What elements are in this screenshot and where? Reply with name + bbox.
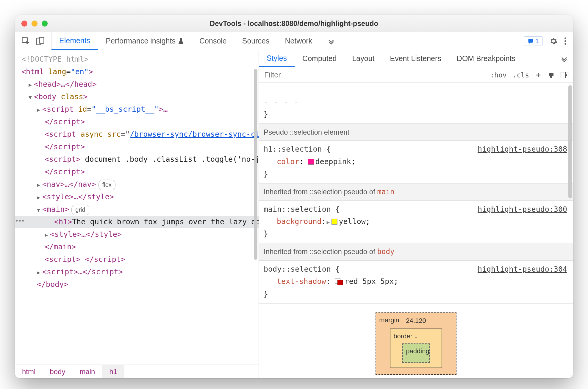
style-rule[interactable]: highlight-pseudo:308 h1::selection { col… xyxy=(259,141,573,183)
window-minimize-button[interactable] xyxy=(32,21,37,27)
elements-panel: <!DOCTYPE html> <html lang="en"> ▶<head>… xyxy=(15,50,259,378)
tab-styles[interactable]: Styles xyxy=(259,50,295,67)
styles-filter-bar: :hov .cls xyxy=(259,67,573,83)
breadcrumb-body[interactable]: body xyxy=(43,365,72,378)
dom-tree[interactable]: <!DOCTYPE html> <html lang="en"> ▶<head>… xyxy=(15,50,259,365)
tab-elements[interactable]: Elements xyxy=(51,32,98,50)
layout-badge-flex[interactable]: flex xyxy=(98,180,115,190)
tab-console[interactable]: Console xyxy=(192,32,234,50)
paint-brush-icon[interactable] xyxy=(548,71,555,79)
tabs-overflow-button[interactable] xyxy=(320,32,343,50)
rule-source-link[interactable]: highlight-pseudo:300 xyxy=(478,203,567,215)
box-model-diagram[interactable]: margin 24.120 border - padding - xyxy=(259,303,573,375)
tab-network[interactable]: Network xyxy=(277,32,320,50)
svg-rect-7 xyxy=(561,72,568,78)
svg-rect-2 xyxy=(40,37,44,43)
styles-sidebar-tabs: Styles Computed Layout Event Listeners D… xyxy=(259,50,573,67)
shadow-swatch-icon[interactable] xyxy=(335,278,343,285)
styles-scrollbar[interactable] xyxy=(568,85,572,374)
issues-badge[interactable]: 1 xyxy=(524,36,543,46)
device-toolbar-icon[interactable] xyxy=(36,37,45,46)
tab-layout[interactable]: Layout xyxy=(344,50,382,67)
svg-point-4 xyxy=(564,37,566,39)
main-tab-bar: Elements Performance insights Console So… xyxy=(15,32,573,50)
devtools-window: DevTools - localhost:8080/demo/highlight… xyxy=(15,15,573,378)
tab-event-listeners[interactable]: Event Listeners xyxy=(382,50,449,67)
breadcrumb-main[interactable]: main xyxy=(72,365,102,378)
flask-icon xyxy=(178,38,184,45)
settings-gear-icon[interactable] xyxy=(549,37,558,45)
svg-point-6 xyxy=(564,43,566,45)
svg-rect-3 xyxy=(528,39,533,43)
tab-performance-label: Performance insights xyxy=(106,37,176,45)
window-close-button[interactable] xyxy=(21,21,27,27)
breadcrumb-html[interactable]: html xyxy=(15,365,43,378)
tab-performance-insights[interactable]: Performance insights xyxy=(98,32,192,50)
tab-sources[interactable]: Sources xyxy=(234,32,277,50)
dom-tree-scrollbar[interactable] xyxy=(254,54,257,347)
toggle-cls-button[interactable]: .cls xyxy=(513,71,529,79)
style-rule[interactable]: highlight-pseudo:300 main::selection { b… xyxy=(259,201,573,243)
computed-sidebar-toggle-icon[interactable] xyxy=(561,71,568,79)
new-style-rule-button[interactable] xyxy=(535,72,542,78)
node-actions-icon[interactable]: ••• xyxy=(15,216,21,227)
inspect-element-icon[interactable] xyxy=(21,37,30,46)
tab-computed[interactable]: Computed xyxy=(295,50,344,67)
issues-count: 1 xyxy=(535,37,539,45)
breadcrumb: html body main h1 xyxy=(15,365,259,378)
breadcrumb-h1[interactable]: h1 xyxy=(102,365,124,378)
color-swatch[interactable] xyxy=(331,219,337,225)
tab-dom-breakpoints[interactable]: DOM Breakpoints xyxy=(449,50,523,67)
rule-source-link[interactable]: highlight-pseudo:304 xyxy=(478,263,567,275)
style-rule[interactable]: highlight-pseudo:304 body::selection { t… xyxy=(259,261,573,303)
layout-badge-grid[interactable]: grid xyxy=(71,205,89,215)
color-swatch[interactable] xyxy=(308,159,314,165)
window-title: DevTools - localhost:8080/demo/highlight… xyxy=(15,19,573,28)
styles-rules-area[interactable]: - - - - - - - - - - - - - - - - - - - - … xyxy=(259,83,573,378)
section-pseudo-selection: Pseudo ::selection element xyxy=(259,124,573,141)
styles-panel: Styles Computed Layout Event Listeners D… xyxy=(259,50,573,378)
selected-dom-node[interactable]: ••• <h1>The quick brown fox jumps over t… xyxy=(15,216,259,228)
kebab-menu-icon[interactable] xyxy=(564,37,567,45)
styles-filter-input[interactable] xyxy=(259,67,485,83)
section-inherited-body: Inherited from ::selection pseudo of bod… xyxy=(259,243,573,261)
titlebar: DevTools - localhost:8080/demo/highlight… xyxy=(15,15,573,32)
svg-point-5 xyxy=(564,40,566,42)
toggle-hov-button[interactable]: :hov xyxy=(490,71,506,79)
rule-source-link[interactable]: highlight-pseudo:308 xyxy=(478,143,567,155)
styles-tabs-overflow[interactable] xyxy=(561,50,573,67)
window-zoom-button[interactable] xyxy=(42,21,48,27)
doctype-node: <!DOCTYPE html> xyxy=(21,55,89,63)
section-inherited-main: Inherited from ::selection pseudo of mai… xyxy=(259,183,573,201)
window-controls xyxy=(15,21,48,27)
